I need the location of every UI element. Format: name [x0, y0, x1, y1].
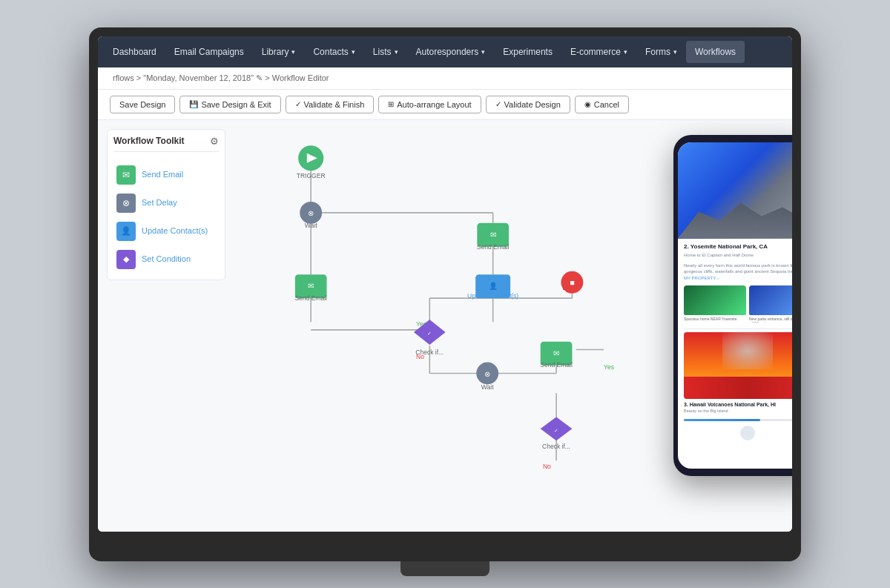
- nav-experiments[interactable]: Experiments: [494, 41, 561, 63]
- update-contact-icon: 👤: [116, 222, 136, 241]
- svg-text:TRIGGER: TRIGGER: [297, 171, 326, 179]
- svg-text:✉: ✉: [490, 230, 496, 238]
- park-thumbnails: Spacious home NEAR Yosemite New parks en…: [684, 285, 792, 323]
- cancel-icon: ◉: [584, 100, 591, 108]
- auto-arrange-button[interactable]: ⊞ Auto-arrange Layout: [378, 96, 481, 113]
- svg-text:No: No: [543, 462, 551, 469]
- thumbnail-2: New parks entrance, still open for 1,500…: [749, 285, 792, 323]
- nav-lists[interactable]: Lists ▾: [364, 41, 407, 63]
- hawaii-tagline: Beauty on the Big Island: [684, 409, 792, 414]
- nav-contacts[interactable]: Contacts ▾: [304, 41, 363, 63]
- validate-design-button[interactable]: ✓ Validate Design: [486, 96, 570, 113]
- svg-text:Send Email: Send Email: [477, 242, 510, 250]
- save-icon: 💾: [189, 100, 198, 108]
- chevron-down-icon: ▾: [395, 48, 398, 56]
- svg-text:Send Email: Send Email: [540, 360, 573, 368]
- phone-screen: 2. Yosemite National Park, CA Home to El…: [678, 142, 792, 469]
- mountain-graphic: [678, 194, 792, 239]
- svg-text:Check if...: Check if...: [542, 442, 570, 449]
- save-design-exit-button[interactable]: 💾 Save Design & Exit: [179, 96, 280, 113]
- main-area: Workflow Toolkit ⚙ ✉ Send Email ⊗ Set De…: [98, 120, 792, 532]
- hawaii-park-number: 3. Hawaii Volcanoes National Park, HI: [684, 402, 792, 407]
- forest-image: [684, 285, 746, 315]
- phone-content: 2. Yosemite National Park, CA Home to El…: [678, 239, 792, 469]
- svg-text:Check if...: Check if...: [415, 348, 444, 355]
- chevron-down-icon: ▾: [481, 48, 485, 56]
- condition-icon: ◆: [116, 250, 136, 269]
- toolkit-set-delay[interactable]: ⊗ Set Delay: [113, 189, 219, 217]
- nav-library[interactable]: Library ▾: [253, 41, 305, 63]
- nav-workflows[interactable]: Workflows: [686, 41, 745, 63]
- nav-dot: [740, 426, 755, 440]
- svg-text:Update Contact(s): Update Contact(s): [467, 292, 518, 300]
- svg-text:✓: ✓: [427, 330, 432, 337]
- svg-text:✉: ✉: [553, 349, 559, 357]
- park-image-yosemite: [678, 142, 792, 239]
- toolkit-header: Workflow Toolkit ⚙: [113, 136, 219, 152]
- progress-bar-fill: [684, 419, 760, 421]
- nav-bar: Dashboard Email Campaigns Library ▾ Cont…: [98, 36, 792, 67]
- breadcrumb: rflows > "Monday, November 12, 2018" ✎ >…: [98, 67, 792, 90]
- nav-forms[interactable]: Forms ▾: [636, 41, 686, 63]
- chevron-down-icon: ▾: [673, 48, 677, 56]
- svg-text:⊗: ⊗: [484, 369, 490, 377]
- progress-bar-track: [684, 419, 792, 421]
- toolkit-title: Workflow Toolkit: [113, 136, 185, 146]
- toolbar: Save Design 💾 Save Design & Exit ✓ Valid…: [98, 90, 792, 120]
- svg-text:Wait: Wait: [305, 222, 317, 229]
- monitor-stand: [400, 561, 490, 576]
- validate-finish-button[interactable]: ✓ Validate & Finish: [286, 96, 375, 113]
- svg-text:👤: 👤: [489, 282, 498, 291]
- cancel-button[interactable]: ◉ Cancel: [575, 96, 629, 113]
- nav-ecommerce[interactable]: E-commerce ▾: [561, 41, 636, 63]
- monitor-screen: Dashboard Email Campaigns Library ▾ Cont…: [98, 36, 792, 532]
- toolkit-update-contacts[interactable]: 👤 Update Contact(s): [113, 217, 219, 245]
- chevron-down-icon: ▾: [352, 48, 355, 56]
- svg-text:✓: ✓: [554, 426, 558, 433]
- svg-text:✉: ✉: [308, 282, 314, 290]
- svg-text:⊗: ⊗: [308, 209, 314, 217]
- workflow-canvas[interactable]: Yes No Yes No EXIT TRIGGER ⊗ Wait: [225, 120, 792, 532]
- toolkit-send-email[interactable]: ✉ Send Email: [113, 161, 219, 189]
- park-name: 2. Yosemite National Park, CA: [684, 243, 792, 250]
- check-icon: ✓: [295, 100, 301, 108]
- delay-icon: ⊗: [116, 194, 136, 213]
- water-image: [749, 285, 792, 315]
- monitor-frame: Dashboard Email Campaigns Library ▾ Cont…: [89, 27, 801, 561]
- svg-text:Send Email: Send Email: [294, 294, 327, 302]
- nav-dashboard[interactable]: Dashboard: [104, 41, 165, 63]
- toolkit-set-condition[interactable]: ◆ Set Condition: [113, 245, 219, 274]
- park-full-desc: Nearly all every form this world famous …: [684, 262, 792, 281]
- nav-autoresponders[interactable]: Autoresponders ▾: [407, 41, 495, 63]
- chevron-down-icon: ▾: [291, 48, 295, 56]
- svg-text:Wait: Wait: [481, 383, 494, 390]
- save-design-button[interactable]: Save Design: [110, 96, 175, 113]
- nav-email-campaigns[interactable]: Email Campaigns: [165, 41, 253, 63]
- chevron-down-icon: ▾: [624, 48, 627, 56]
- phone-overlay: 2. Yosemite National Park, CA Home to El…: [673, 135, 792, 476]
- svg-text:Yes: Yes: [604, 363, 614, 371]
- workflow-toolkit: Workflow Toolkit ⚙ ✉ Send Email ⊗ Set De…: [107, 129, 225, 280]
- smoke-graphic: [722, 332, 774, 369]
- thumb-2-label: New parks entrance, still open for 1,500…: [749, 317, 792, 323]
- svg-text:■: ■: [570, 278, 574, 287]
- grid-icon: ⊞: [388, 100, 394, 108]
- thumbnail-1: Spacious home NEAR Yosemite: [684, 285, 746, 323]
- thumb-1-label: Spacious home NEAR Yosemite: [684, 317, 746, 321]
- lava-graphic: [684, 377, 792, 399]
- park-image-hawaii: [684, 332, 792, 399]
- settings-icon[interactable]: ⚙: [210, 136, 219, 147]
- divider: [684, 328, 792, 329]
- email-icon: ✉: [116, 165, 136, 185]
- check-icon: ✓: [495, 100, 501, 108]
- park-tagline: Home to El Capitan and Half Dome: [684, 252, 792, 258]
